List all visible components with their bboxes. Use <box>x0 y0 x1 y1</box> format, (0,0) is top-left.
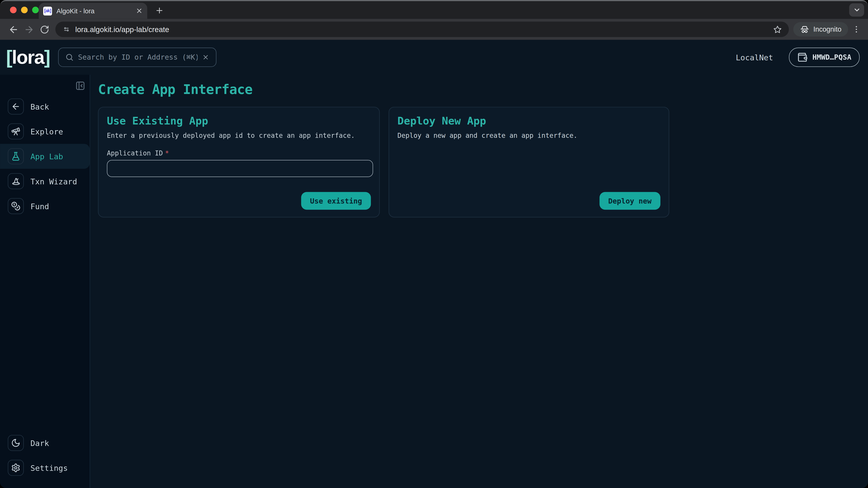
card-description: Deploy a new app and create an app inter… <box>397 132 660 139</box>
required-asterisk: * <box>165 149 169 157</box>
wallet-address: HMWD…PQSA <box>812 53 851 61</box>
sidebar: Back Explore App Lab <box>0 75 90 488</box>
tab-strip: [ak] AlgoKit - lora <box>0 1 868 19</box>
site-info-icon[interactable] <box>62 25 71 34</box>
sidebar-item-label: Dark <box>31 438 49 447</box>
global-search[interactable] <box>58 48 216 67</box>
sidebar-item-txn-wizard[interactable]: Txn Wizard <box>0 169 90 194</box>
sidebar-item-label: App Lab <box>31 152 63 161</box>
deploy-new-button[interactable]: Deploy new <box>599 192 660 210</box>
sidebar-item-app-lab[interactable]: App Lab <box>0 144 90 169</box>
reload-icon[interactable] <box>37 22 52 37</box>
address-bar[interactable]: lora.algokit.io/app-lab/create <box>55 22 789 37</box>
network-label[interactable]: LocalNet <box>736 53 773 62</box>
macos-traffic-lights <box>10 6 39 13</box>
application-id-input[interactable] <box>107 160 373 177</box>
sidebar-item-explore[interactable]: Explore <box>0 119 90 144</box>
lora-app: [lora] LocalNet HM <box>0 40 868 488</box>
url-text[interactable]: lora.algokit.io/app-lab/create <box>75 25 769 33</box>
wizard-hat-icon <box>11 176 21 186</box>
deploy-new-app-card: Deploy New App Deploy a new app and crea… <box>389 107 669 218</box>
screen: [ak] AlgoKit - lora <box>0 0 868 488</box>
sidebar-item-settings[interactable]: Settings <box>0 455 90 480</box>
close-window-button[interactable] <box>10 6 17 13</box>
sidebar-item-label: Settings <box>31 463 68 472</box>
application-id-label: Application ID <box>107 149 163 157</box>
sidebar-item-label: Txn Wizard <box>31 177 77 186</box>
moon-icon <box>11 438 21 448</box>
minimize-window-button[interactable] <box>21 6 28 13</box>
lora-logo[interactable]: [lora] <box>6 46 50 68</box>
tab-close-icon[interactable] <box>135 7 143 14</box>
incognito-label: Incognito <box>813 26 841 33</box>
tab-favicon-icon: [ak] <box>43 6 52 15</box>
search-clear-icon[interactable] <box>202 54 209 61</box>
sidebar-footer: Dark Settings <box>0 430 90 488</box>
header-right: LocalNet HMWD…PQSA <box>736 48 860 67</box>
tab-title: AlgoKit - lora <box>57 7 131 15</box>
sidebar-nav: Back Explore App Lab <box>0 94 90 219</box>
page-title: Create App Interface <box>98 82 868 97</box>
wallet-icon <box>797 52 807 63</box>
gear-icon <box>11 463 21 473</box>
incognito-badge: Incognito <box>794 22 848 37</box>
tab-overflow-chevron-icon[interactable] <box>849 3 864 17</box>
wallet-button[interactable]: HMWD…PQSA <box>789 48 860 67</box>
forward-icon[interactable] <box>21 22 37 37</box>
use-existing-app-card: Use Existing App Enter a previously depl… <box>98 107 380 218</box>
telescope-icon <box>11 127 21 136</box>
collapse-sidebar-icon[interactable] <box>75 81 85 91</box>
sidebar-item-label: Fund <box>31 202 49 210</box>
browser-tab[interactable]: [ak] AlgoKit - lora <box>39 3 147 19</box>
use-existing-button[interactable]: Use existing <box>301 192 371 210</box>
new-tab-button[interactable] <box>153 4 166 17</box>
search-input[interactable] <box>78 53 197 61</box>
browser-menu-icon[interactable] <box>850 22 863 37</box>
card-title: Deploy New App <box>397 115 660 127</box>
cards-row: Use Existing App Enter a previously depl… <box>98 107 868 218</box>
main-content: Create App Interface Use Existing App En… <box>90 75 868 488</box>
browser-toolbar: lora.algokit.io/app-lab/create Incognito <box>0 19 868 40</box>
bookmark-star-icon[interactable] <box>773 25 782 34</box>
card-description: Enter a previously deployed app id to cr… <box>107 132 371 139</box>
arrow-left-icon <box>11 102 21 111</box>
browser-window: [ak] AlgoKit - lora <box>0 0 868 488</box>
coins-icon <box>11 201 21 211</box>
sidebar-item-label: Back <box>31 102 49 111</box>
flask-icon <box>11 152 21 161</box>
maximize-window-button[interactable] <box>32 6 39 13</box>
app-header: [lora] LocalNet HM <box>0 40 868 74</box>
search-icon <box>65 53 74 61</box>
sidebar-item-theme-toggle[interactable]: Dark <box>0 430 90 455</box>
back-icon[interactable] <box>5 22 21 37</box>
card-title: Use Existing App <box>107 115 371 127</box>
sidebar-item-back[interactable]: Back <box>0 94 90 119</box>
sidebar-item-fund[interactable]: Fund <box>0 194 90 219</box>
sidebar-item-label: Explore <box>31 127 63 136</box>
application-id-field: Application ID* <box>107 149 371 177</box>
app-body: Back Explore App Lab <box>0 75 868 488</box>
incognito-icon <box>800 25 809 34</box>
